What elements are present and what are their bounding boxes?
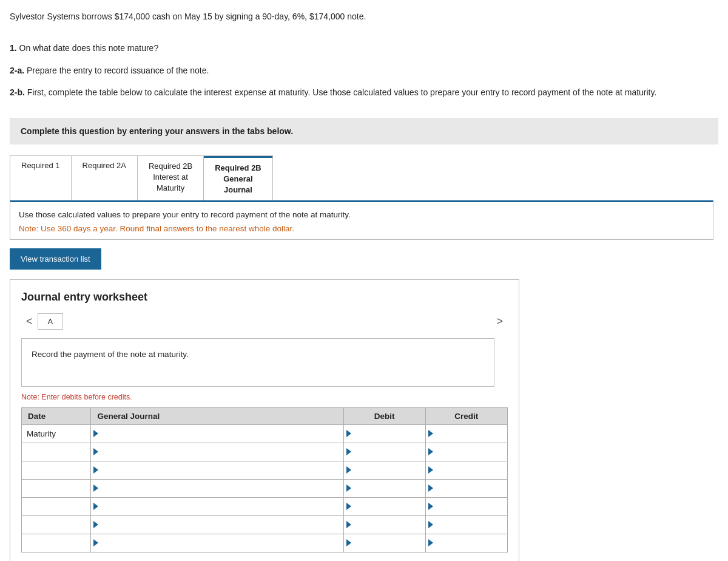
debit-input-2[interactable]: [354, 461, 423, 479]
debit-input-4[interactable]: [354, 498, 423, 515]
debit-cell-3[interactable]: [343, 479, 425, 497]
table-row: [22, 461, 508, 479]
debit-input-6[interactable]: [354, 534, 423, 552]
active-tab-note2: Note: Use 360 days a year. Round final a…: [19, 224, 704, 233]
credit-cell-3[interactable]: [425, 479, 507, 497]
nav-right-arrow[interactable]: >: [491, 314, 508, 329]
credit-input-4[interactable]: [436, 498, 505, 515]
intro-q1: 1. On what date does this note mature?: [10, 41, 718, 55]
tab-required2b-interest[interactable]: Required 2BInterest atMaturity: [138, 156, 204, 201]
gj-input-3[interactable]: [101, 480, 340, 497]
debit-cell-0[interactable]: [343, 424, 425, 443]
journal-title: Journal entry worksheet: [21, 291, 508, 304]
view-transaction-button[interactable]: View transaction list: [10, 248, 101, 270]
credit-cell-4[interactable]: [425, 497, 507, 515]
intro-q2a: 2-a. Prepare the entry to record issuanc…: [10, 64, 718, 77]
credit-cell-1[interactable]: [425, 443, 507, 461]
q2a-label: 2-a.: [10, 66, 24, 75]
nav-left-arrow[interactable]: <: [21, 314, 38, 329]
credit-input-0[interactable]: [436, 425, 505, 443]
table-row: [22, 497, 508, 515]
credit-input-5[interactable]: [436, 516, 505, 534]
entry-description-box: Record the payment of the note at maturi…: [21, 338, 494, 387]
gj-cell-5[interactable]: [91, 515, 343, 534]
col-header-debit: Debit: [343, 407, 425, 424]
q2b-label: 2-b.: [10, 87, 25, 97]
gj-input-5[interactable]: [101, 516, 340, 534]
debit-cell-5[interactable]: [343, 515, 425, 534]
gj-cell-1[interactable]: [91, 443, 343, 461]
date-cell-0: Maturity: [22, 424, 91, 443]
instruction-text: Complete this question by entering your …: [21, 126, 293, 136]
credit-input-3[interactable]: [436, 480, 505, 497]
credit-cell-0[interactable]: [425, 424, 507, 443]
credit-input-2[interactable]: [436, 461, 505, 479]
date-cell-5: [22, 515, 91, 534]
col-header-gj: General Journal: [91, 407, 343, 424]
nav-row: < A >: [21, 313, 508, 330]
entry-description-text: Record the payment of the note at maturi…: [32, 350, 189, 359]
col-header-credit: Credit: [425, 407, 507, 424]
credit-input-6[interactable]: [436, 534, 505, 552]
gj-input-6[interactable]: [101, 534, 340, 552]
date-cell-4: [22, 497, 91, 515]
credit-cell-6[interactable]: [425, 534, 507, 552]
q2b-text: First, complete the table below to calcu…: [27, 87, 657, 97]
credit-cell-5[interactable]: [425, 515, 507, 534]
col-header-date: Date: [22, 407, 91, 424]
debit-cell-1[interactable]: [343, 443, 425, 461]
date-cell-2: [22, 461, 91, 479]
note-debits-before-credits: Note: Enter debits before credits.: [21, 393, 508, 401]
journal-table: Date General Journal Debit Credit Maturi…: [21, 407, 508, 552]
date-cell-1: [22, 443, 91, 461]
tab-required2a[interactable]: Required 2A: [72, 156, 138, 201]
intro-q2b: 2-b. First, complete the table below to …: [10, 86, 718, 99]
q2a-text: Prepare the entry to record issuance of …: [27, 66, 209, 75]
intro-line1: Sylvestor Systems borrows $174,000 cash …: [10, 10, 718, 23]
gj-input-2[interactable]: [101, 461, 340, 479]
gj-cell-2[interactable]: [91, 461, 343, 479]
debit-cell-4[interactable]: [343, 497, 425, 515]
credit-cell-2[interactable]: [425, 461, 507, 479]
date-cell-6: [22, 534, 91, 552]
table-row: [22, 534, 508, 552]
gj-cell-3[interactable]: [91, 479, 343, 497]
debit-input-5[interactable]: [354, 516, 423, 534]
gj-input-1[interactable]: [101, 443, 340, 461]
journal-worksheet-box: Journal entry worksheet < A > Record the…: [10, 279, 519, 561]
tab-required2b-journal[interactable]: Required 2BGeneralJournal: [204, 156, 272, 201]
table-row: [22, 515, 508, 534]
gj-cell-0[interactable]: [91, 424, 343, 443]
date-cell-3: [22, 479, 91, 497]
tabs-container: Required 1 Required 2A Required 2BIntere…: [10, 155, 273, 201]
gj-input-0[interactable]: [101, 425, 340, 443]
debit-input-3[interactable]: [354, 480, 423, 497]
debit-input-1[interactable]: [354, 443, 423, 461]
table-row: [22, 443, 508, 461]
q1-label: 1.: [10, 43, 17, 53]
debit-cell-2[interactable]: [343, 461, 425, 479]
table-row: [22, 479, 508, 497]
debit-input-0[interactable]: [354, 425, 423, 443]
active-tab-section: Use those calculated values to prepare y…: [10, 200, 713, 240]
q1-text: On what date does this note mature?: [19, 43, 159, 53]
instruction-box: Complete this question by entering your …: [10, 118, 718, 144]
gj-cell-4[interactable]: [91, 497, 343, 515]
credit-input-1[interactable]: [436, 443, 505, 461]
journal-tab-a[interactable]: A: [38, 313, 64, 330]
gj-input-4[interactable]: [101, 498, 340, 515]
active-tab-note: Use those calculated values to prepare y…: [19, 208, 704, 222]
debit-cell-6[interactable]: [343, 534, 425, 552]
table-row: Maturity: [22, 424, 508, 443]
tab-required1[interactable]: Required 1: [10, 156, 72, 201]
gj-cell-6[interactable]: [91, 534, 343, 552]
